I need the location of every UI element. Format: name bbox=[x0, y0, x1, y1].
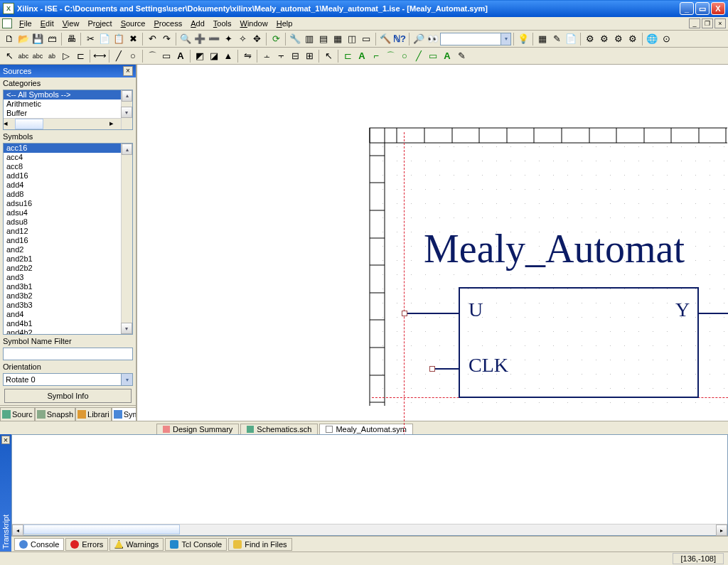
tab-symbols[interactable]: Symbc bbox=[112, 407, 136, 421]
close-button[interactable]: X bbox=[711, 2, 725, 15]
tab-tcl[interactable]: Tcl Console bbox=[165, 538, 227, 551]
symbol-item[interactable]: and16 bbox=[4, 236, 132, 245]
symbol-item[interactable]: and12 bbox=[4, 227, 132, 236]
cursor2-icon[interactable]: ↖ bbox=[321, 49, 336, 63]
edit-icon[interactable]: ✎ bbox=[550, 32, 564, 46]
pointer-icon[interactable]: ↖ bbox=[2, 49, 16, 63]
symbol-item[interactable]: and3b2 bbox=[4, 291, 132, 301]
category-item[interactable]: Arithmetic bbox=[4, 99, 132, 109]
obj2-icon[interactable]: ◪ bbox=[207, 49, 221, 63]
gear4-icon[interactable]: ⚙ bbox=[626, 32, 640, 46]
copy-icon[interactable]: 📄 bbox=[97, 32, 112, 46]
line2-icon[interactable]: ╱ bbox=[412, 49, 426, 63]
paste-icon[interactable]: 📋 bbox=[112, 32, 126, 46]
abc1-icon[interactable]: abc bbox=[16, 49, 31, 63]
category-item[interactable]: <-- All Symbols --> bbox=[4, 90, 132, 99]
align4-icon[interactable]: ⊞ bbox=[302, 49, 316, 63]
search-icon[interactable]: 🔍 bbox=[178, 32, 193, 46]
menu-process[interactable]: Process bbox=[150, 18, 187, 29]
symbol-item[interactable]: and2b2 bbox=[4, 264, 132, 273]
pan-icon[interactable]: ✥ bbox=[250, 32, 264, 46]
menu-view[interactable]: View bbox=[58, 18, 84, 29]
text-icon[interactable]: A bbox=[173, 49, 188, 63]
text3-icon[interactable]: A bbox=[440, 49, 454, 63]
wire-y[interactable] bbox=[699, 313, 728, 314]
zoomfit-icon[interactable]: ✦ bbox=[221, 32, 235, 46]
transcript-handle[interactable]: × Transkript bbox=[0, 434, 11, 551]
arc-icon[interactable]: ⌒ bbox=[145, 49, 159, 63]
tab-schematics[interactable]: Schematics.sch bbox=[240, 424, 318, 434]
bulb-icon[interactable]: 💡 bbox=[516, 32, 530, 46]
menu-window[interactable]: Window bbox=[236, 18, 272, 29]
style-icon[interactable]: ✎ bbox=[454, 49, 469, 63]
zoomout-icon[interactable]: ➖ bbox=[207, 32, 221, 46]
doc-icon[interactable]: 📄 bbox=[564, 32, 578, 46]
undo-icon[interactable]: ↶ bbox=[145, 32, 159, 46]
abc3-icon[interactable]: ab bbox=[45, 49, 59, 63]
back-icon[interactable]: ⊙ bbox=[659, 32, 673, 46]
dim-icon[interactable]: ⟷ bbox=[92, 49, 107, 63]
pin-icon[interactable]: ⊏ bbox=[341, 49, 355, 63]
symbol-item[interactable]: acc16 bbox=[4, 144, 132, 153]
symbol-item[interactable]: adsu16 bbox=[4, 199, 132, 208]
find-icon[interactable]: 🔎 bbox=[412, 32, 426, 46]
symbol-item[interactable]: and4b2 bbox=[4, 328, 132, 335]
circle2-icon[interactable]: ○ bbox=[397, 49, 412, 63]
layout4-icon[interactable]: ◫ bbox=[345, 32, 359, 46]
symbol-item[interactable]: adsu4 bbox=[4, 208, 132, 217]
redo-icon[interactable]: ↷ bbox=[159, 32, 173, 46]
orientation-dropdown[interactable]: Rotate 0 ▾ bbox=[3, 373, 133, 386]
symbol-item[interactable]: add4 bbox=[4, 181, 132, 190]
binoculars-icon[interactable]: 👀 bbox=[426, 32, 440, 46]
categories-listbox[interactable]: <-- All Symbols -->ArithmeticBufferCarry… bbox=[3, 90, 133, 131]
tab-design-summary[interactable]: Design Summary bbox=[156, 424, 239, 434]
rect2-icon[interactable]: ▭ bbox=[426, 49, 440, 63]
gate-icon[interactable]: ▷ bbox=[59, 49, 73, 63]
tab-warnings[interactable]: Warnings bbox=[109, 538, 164, 551]
mdi-icon[interactable] bbox=[2, 18, 12, 28]
tool-icon[interactable]: 🔧 bbox=[288, 32, 302, 46]
transcript-hscroll[interactable]: ◂▸ bbox=[12, 524, 727, 535]
menu-source[interactable]: Source bbox=[117, 18, 150, 29]
rect-icon[interactable]: ▭ bbox=[159, 49, 173, 63]
wrench-icon[interactable]: 🔨 bbox=[378, 32, 392, 46]
grid-icon[interactable]: ▦ bbox=[535, 32, 550, 46]
tab-find-in-files[interactable]: Find in Files bbox=[228, 538, 291, 551]
print-icon[interactable]: 🖶 bbox=[64, 32, 78, 46]
find-combo[interactable]: ▾ bbox=[440, 33, 511, 45]
sources-close-button[interactable]: × bbox=[123, 66, 133, 76]
globe-icon[interactable]: 🌐 bbox=[645, 32, 659, 46]
open-icon[interactable]: 📂 bbox=[16, 32, 31, 46]
symbol-item[interactable]: and2b1 bbox=[4, 254, 132, 264]
text2-icon[interactable]: A bbox=[355, 49, 369, 63]
mdi-close-button[interactable]: × bbox=[714, 18, 726, 28]
symbol-item[interactable]: and2 bbox=[4, 245, 132, 254]
menu-edit[interactable]: Edit bbox=[36, 18, 58, 29]
wire-icon[interactable]: ⌐ bbox=[369, 49, 383, 63]
symbol-filter-input[interactable] bbox=[3, 348, 133, 360]
port-icon[interactable]: ⊏ bbox=[73, 49, 87, 63]
gear-icon[interactable]: ⚙ bbox=[583, 32, 597, 46]
menu-project[interactable]: Project bbox=[83, 18, 116, 29]
category-item[interactable]: Buffer bbox=[4, 109, 132, 118]
menu-help[interactable]: Help bbox=[272, 18, 297, 29]
wire-clk[interactable] bbox=[432, 368, 459, 370]
layout2-icon[interactable]: ▤ bbox=[316, 32, 331, 46]
symbol-item[interactable]: and3b3 bbox=[4, 301, 132, 310]
gear3-icon[interactable]: ⚙ bbox=[611, 32, 626, 46]
symbol-item[interactable]: acc8 bbox=[4, 162, 132, 171]
new-icon[interactable]: 🗋 bbox=[2, 32, 16, 46]
layout1-icon[interactable]: ▥ bbox=[302, 32, 316, 46]
zoomin-icon[interactable]: ➕ bbox=[193, 32, 207, 46]
symbol-item[interactable]: and3b1 bbox=[4, 282, 132, 291]
symbol-item[interactable]: acc4 bbox=[4, 153, 132, 162]
mdi-restore-button[interactable]: ❐ bbox=[702, 18, 713, 28]
line-icon[interactable]: ╱ bbox=[112, 49, 126, 63]
symbol-item[interactable]: and4b1 bbox=[4, 319, 132, 328]
symbol-body[interactable] bbox=[459, 287, 699, 398]
tab-console[interactable]: Console bbox=[14, 538, 64, 551]
layout5-icon[interactable]: ▭ bbox=[359, 32, 373, 46]
align2-icon[interactable]: ⫟ bbox=[274, 49, 288, 63]
symbol-info-button[interactable]: Symbol Info bbox=[4, 389, 132, 403]
menu-file[interactable]: File bbox=[15, 18, 36, 29]
